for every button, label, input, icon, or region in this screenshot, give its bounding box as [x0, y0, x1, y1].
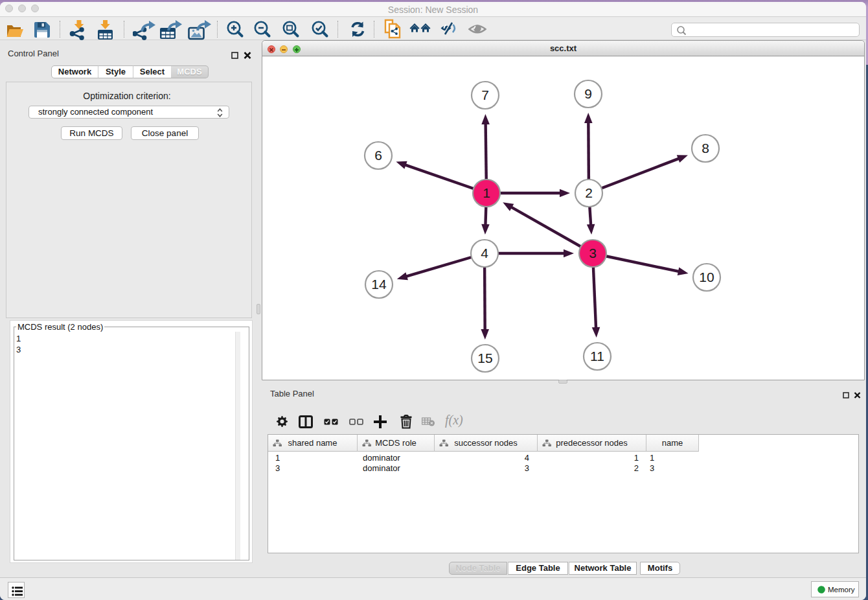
svg-text:15: 15: [477, 351, 492, 365]
svg-text:11: 11: [590, 349, 604, 363]
svg-text:8: 8: [702, 141, 709, 156]
svg-text:14: 14: [371, 277, 387, 292]
svg-text:9: 9: [584, 86, 592, 101]
svg-text:4: 4: [481, 246, 488, 260]
svg-text:10: 10: [699, 270, 714, 284]
svg-text:6: 6: [374, 148, 382, 163]
svg-text:3: 3: [589, 246, 597, 260]
svg-text:1: 1: [483, 185, 490, 200]
svg-text:7: 7: [481, 87, 489, 102]
svg-text:2: 2: [585, 185, 593, 200]
